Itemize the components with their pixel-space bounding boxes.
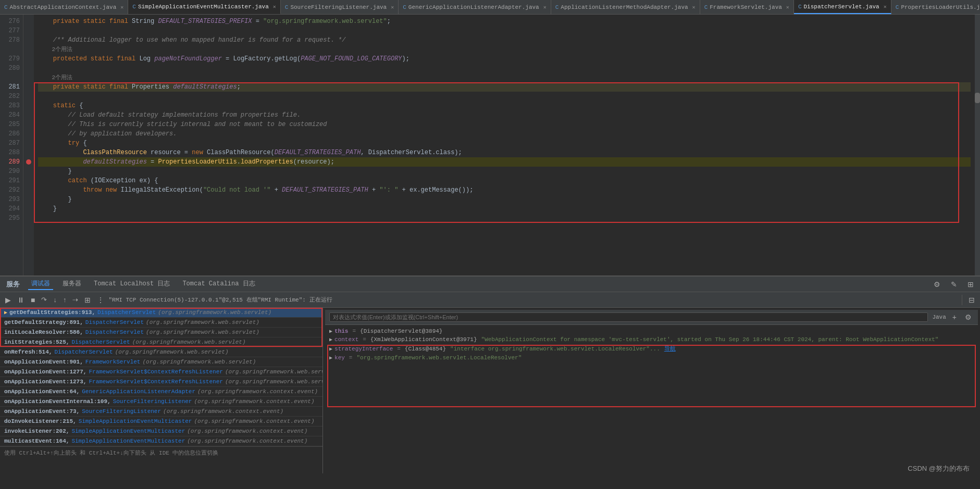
filter-btn[interactable]: ⊟ [966,295,977,305]
stack-pkg-4: (org.springframework.web.servlet) [115,349,229,355]
panel-settings-btn[interactable]: ⚙ [932,279,942,290]
stack-item-2[interactable]: initLocaleResolver:586, DispatcherServle… [0,328,322,337]
stack-pkg-1: (org.springframework.web.servlet) [146,319,259,325]
stack-item-5[interactable]: onApplicationEvent:901, FrameworkServlet… [0,357,322,367]
var-this[interactable]: ▶ this = {DispatcherServlet@3894} [327,327,976,335]
panel-tab-debugger[interactable]: 调试器 [28,278,53,290]
eval-input[interactable] [329,312,928,322]
stack-pkg-12: (org.springframework.context.event) [187,428,307,434]
stack-pkg-9: (org.springframework.context.event) [194,398,314,405]
tab-genericapplisteneradapter[interactable]: C GenericApplicationListenerAdapter.java… [399,0,551,14]
tab-applistenermethodadapter[interactable]: C ApplicationListenerMethodAdapter.java … [551,0,700,14]
stack-item-3[interactable]: initStrategies:525, DispatcherServlet (o… [0,337,322,347]
ln-279: 279 [3,54,20,64]
tab-simpleappeventmulti[interactable]: C SimpleApplicationEventMulticaster.java… [128,0,280,14]
var-si-nav-link[interactable]: 导航 [664,345,676,353]
watch-settings-btn[interactable]: ⚙ [963,312,974,322]
stack-item-11[interactable]: doInvokeListener:215, SimpleApplicationE… [0,417,322,427]
stack-item-0[interactable]: ▶ getDefaultStrategies:913, DispatcherSe… [0,308,322,318]
stack-class-6: FrameworkServlet$ContextRefreshListener [89,369,222,375]
stack-method-8: onApplicationEvent:64, [4,388,80,395]
ln-278: 278 [3,35,20,45]
code-line-288: ClassPathResource resource = new ClassPa… [38,148,971,157]
call-stack-panel: ▶ getDefaultStrategies:913, DispatcherSe… [0,308,323,473]
var-key[interactable]: ▶ key = "org.springframework.web.servlet… [327,354,976,362]
stack-class-5: FrameworkServlet [85,359,141,365]
stack-method-9: onApplicationEventInternal:109, [4,398,111,405]
add-watch-btn[interactable]: + [950,312,959,322]
thread-label: "RMI TCP Connection(5)-127.0.0.1"@2,515 … [108,296,332,304]
var-context-type: "WebApplicationContext for namespace 'mv… [481,336,939,343]
ln-usage-1 [3,45,20,54]
stack-item-9[interactable]: onApplicationEventInternal:109, SourceFi… [0,397,322,407]
var-context[interactable]: ▶ context = {XmlWebApplicationContext@39… [327,335,976,344]
tab-close-1[interactable]: ✕ [120,4,123,10]
code-content[interactable]: private static final String DEFAULT_STRA… [34,15,975,275]
debug-runtocode-btn[interactable]: ⇢ [70,295,80,305]
tab-sourcefiltering[interactable]: C SourceFilteringListener.java ✕ [281,0,399,14]
var-strategy-interface[interactable]: ▶ strategyInterface = {Class@4854} "inte… [327,344,976,354]
stack-class-13: SimpleApplicationEventMulticaster [71,438,185,444]
var-key-val: "org.springframework.web.servlet.LocaleR… [356,355,522,361]
breakpoint-marker [26,157,31,167]
panel-tab-tomcat-catalina[interactable]: Tomcat Catalina 日志 [179,278,258,290]
tab-close-3[interactable]: ✕ [391,4,394,10]
stack-method-13: multicastEvent:164, [4,438,69,444]
panel-body: ▶ getDefaultStrategies:913, DispatcherSe… [0,308,980,473]
stack-item-8[interactable]: onApplicationEvent:64, GenericApplicatio… [0,387,322,397]
panel-config-btn[interactable]: ✎ [949,279,959,290]
watermark: CSDN @努力的布布 [908,464,970,473]
ln-289: 289 [3,157,20,167]
code-line-294: } [38,204,971,214]
stack-method-4: onRefresh:514, [4,349,52,355]
tab-close-4[interactable]: ✕ [543,4,547,10]
ln-292: 292 [3,185,20,195]
stack-pkg-13: (org.springframework.context.event) [187,438,307,444]
tab-label-7: DispatcherServlet.java [804,4,879,10]
panel-tab-tomcat-localhost[interactable]: Tomcat Localhost 日志 [91,278,173,290]
stack-item-1[interactable]: getDefaultStrategy:891, DispatcherServle… [0,318,322,328]
debug-moretools-btn[interactable]: ⋮ [95,295,106,305]
tab-frameworkservlet[interactable]: C FrameworkServlet.java ✕ [700,0,794,14]
panel-layout-btn[interactable]: ⊞ [965,279,976,290]
stack-item-6[interactable]: onApplicationEvent:1277, FrameworkServle… [0,367,322,377]
stack-pkg-2: (org.springframework.web.servlet) [146,329,259,335]
tab-close-6[interactable]: ✕ [786,4,789,10]
ln-280: 280 [3,64,20,73]
ln-276: 276 [3,17,20,26]
tab-label-1: AbstractApplicationContext.java [10,4,117,10]
line-numbers: 276 277 278 279 280 281 282 283 284 285 … [0,15,23,275]
debug-pause-btn[interactable]: ⏸ [15,295,27,305]
tab-dispatcherservlet[interactable]: C DispatcherServlet.java ✕ [794,0,891,14]
tab-icon-1: C [4,4,8,10]
tab-propertiesloaderutils[interactable]: C PropertiesLoaderUtils.java ✕ [891,0,980,14]
stack-item-10[interactable]: onApplicationEvent:73, SourceFilteringLi… [0,407,322,417]
code-line-277 [38,26,971,35]
debug-stepover-btn[interactable]: ↷ [39,295,49,305]
eval-bar: Java + ⚙ [325,310,978,325]
stack-method-5: onApplicationEvent:901, [4,359,83,365]
tab-close-2[interactable]: ✕ [273,4,276,10]
debug-evaluate-btn[interactable]: ⊞ [82,295,93,305]
tab-icon-3: C [285,4,289,10]
stack-method-6: onApplicationEvent:1277, [4,369,86,375]
debug-resume-btn[interactable]: ▶ [3,295,13,305]
scrollbar-thumb[interactable] [975,93,980,103]
debug-stepout-btn[interactable]: ↑ [61,295,69,305]
stack-item-12[interactable]: invokeListener:202, SimpleApplicationEve… [0,427,322,436]
tab-close-7[interactable]: ✕ [884,4,887,10]
editor-scrollbar[interactable] [975,15,980,275]
stack-item-7[interactable]: onApplicationEvent:1273, FrameworkServle… [0,377,322,387]
debug-stepin-btn[interactable]: ↓ [51,295,59,305]
tab-label-8: PropertiesLoaderUtils.java [901,4,980,10]
stack-method-3: initStrategies:525, [4,339,69,345]
stack-item-4[interactable]: onRefresh:514, DispatcherServlet (org.sp… [0,347,322,357]
panel-tab-server[interactable]: 服务器 [59,278,84,290]
debug-stop-btn[interactable]: ■ [29,295,37,305]
stack-item-13[interactable]: multicastEvent:164, SimpleApplicationEve… [0,436,322,446]
tab-close-5[interactable]: ✕ [692,4,696,10]
ln-293: 293 [3,195,20,204]
stack-class-3: DispatcherServlet [71,339,130,345]
code-line-284: // Load default strategy implementations… [38,110,971,120]
tab-abstractappctx[interactable]: C AbstractApplicationContext.java ✕ [0,0,128,14]
